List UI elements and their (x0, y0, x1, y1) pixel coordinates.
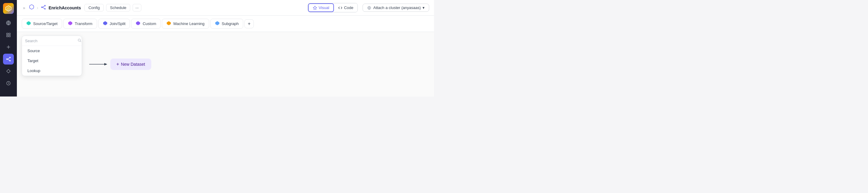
dropdown-search-input[interactable] (25, 38, 76, 43)
new-dataset-plus-icon: + (116, 61, 119, 67)
dropdown-item-source[interactable]: Source (22, 46, 82, 56)
sidebar (0, 0, 17, 96)
workflow-nav-icon (41, 4, 46, 11)
svg-line-30 (80, 41, 81, 42)
sidebar-item-add[interactable] (3, 42, 14, 53)
svg-marker-21 (313, 6, 317, 9)
svg-point-29 (78, 39, 81, 41)
source-target-icon (26, 21, 31, 27)
svg-marker-32 (104, 63, 107, 65)
sidebar-logo[interactable] (3, 3, 14, 14)
transform-icon (68, 21, 73, 27)
svg-marker-23 (27, 21, 30, 25)
breadcrumb-separator: › (37, 5, 38, 10)
machine-learning-button[interactable]: Machine Learning (162, 19, 209, 29)
sidebar-item-grid[interactable] (3, 30, 14, 40)
sidebar-item-diamond[interactable] (3, 66, 14, 77)
cluster-chevron-icon: ▾ (423, 5, 425, 10)
svg-rect-6 (9, 35, 10, 37)
svg-point-11 (10, 60, 10, 61)
pipeline-canvas[interactable]: Source Target Lookup + New Dataset (17, 32, 434, 96)
svg-marker-24 (68, 21, 72, 25)
svg-marker-28 (215, 21, 219, 25)
join-split-button[interactable]: Join/Split (98, 19, 130, 29)
join-split-icon (103, 21, 107, 27)
new-dataset-label: New Dataset (121, 62, 145, 67)
pipeline-name: EnrichAccounts (49, 5, 81, 10)
source-target-dropdown: Source Target Lookup (22, 35, 82, 76)
join-split-label: Join/Split (110, 21, 126, 26)
svg-line-20 (42, 7, 44, 8)
subgraph-button[interactable]: Subgraph (210, 19, 243, 29)
view-toggle-group: Visual Code (308, 3, 358, 12)
svg-point-18 (44, 8, 45, 9)
dropdown-item-target[interactable]: Target (22, 56, 82, 66)
more-options-button[interactable]: ··· (133, 4, 141, 11)
code-view-button[interactable]: Code (334, 3, 358, 12)
svg-line-13 (7, 59, 10, 60)
code-label: Code (344, 5, 353, 10)
svg-marker-14 (7, 70, 10, 73)
sidebar-item-workflow[interactable] (3, 54, 14, 64)
new-dataset-node: + New Dataset (89, 58, 151, 70)
svg-point-10 (10, 57, 10, 58)
svg-rect-3 (7, 33, 8, 35)
svg-rect-4 (9, 33, 10, 35)
transform-label: Transform (75, 21, 93, 26)
svg-marker-25 (103, 21, 107, 25)
svg-line-12 (7, 58, 10, 59)
svg-point-9 (6, 59, 7, 60)
transform-button[interactable]: Transform (63, 19, 97, 29)
visual-view-button[interactable]: Visual (308, 3, 334, 12)
custom-label: Custom (143, 21, 156, 26)
svg-marker-27 (167, 21, 171, 25)
new-dataset-button[interactable]: + New Dataset (110, 58, 151, 70)
dropdown-search-box (22, 36, 82, 46)
attach-cluster-button[interactable]: Attach a cluster (anyasaas) ▾ (363, 4, 429, 12)
topbar: » › EnrichAccounts Config Schedule ··· V… (17, 0, 434, 16)
source-target-button[interactable]: Source/Target (22, 19, 62, 29)
main-panel: » › EnrichAccounts Config Schedule ··· V… (17, 0, 434, 96)
machine-learning-icon (166, 21, 171, 27)
collapse-sidebar-btn[interactable]: » (22, 4, 27, 11)
arrow-connector (89, 61, 107, 67)
svg-point-16 (41, 7, 42, 7)
component-toolbar: Source/Target Transform Join/Split (17, 16, 434, 32)
schedule-button[interactable]: Schedule (106, 4, 130, 11)
svg-rect-5 (7, 35, 8, 37)
config-button[interactable]: Config (84, 4, 104, 11)
dropdown-item-lookup[interactable]: Lookup (22, 66, 82, 76)
custom-button[interactable]: Custom (131, 19, 161, 29)
search-icon (78, 38, 82, 43)
source-target-label: Source/Target (33, 21, 58, 26)
attach-cluster-label: Attach a cluster (anyasaas) (373, 5, 421, 10)
machine-learning-label: Machine Learning (173, 21, 204, 26)
sidebar-item-clock[interactable] (3, 78, 14, 89)
svg-point-17 (44, 5, 45, 6)
custom-icon (135, 21, 141, 27)
add-component-button[interactable]: + (244, 19, 254, 28)
sidebar-item-globe[interactable] (3, 18, 14, 28)
visual-label: Visual (318, 5, 329, 10)
subgraph-label: Subgraph (222, 21, 239, 26)
svg-line-19 (42, 6, 44, 7)
svg-marker-26 (136, 21, 140, 25)
pipeline-type-icon (29, 4, 34, 11)
subgraph-icon (215, 21, 220, 27)
